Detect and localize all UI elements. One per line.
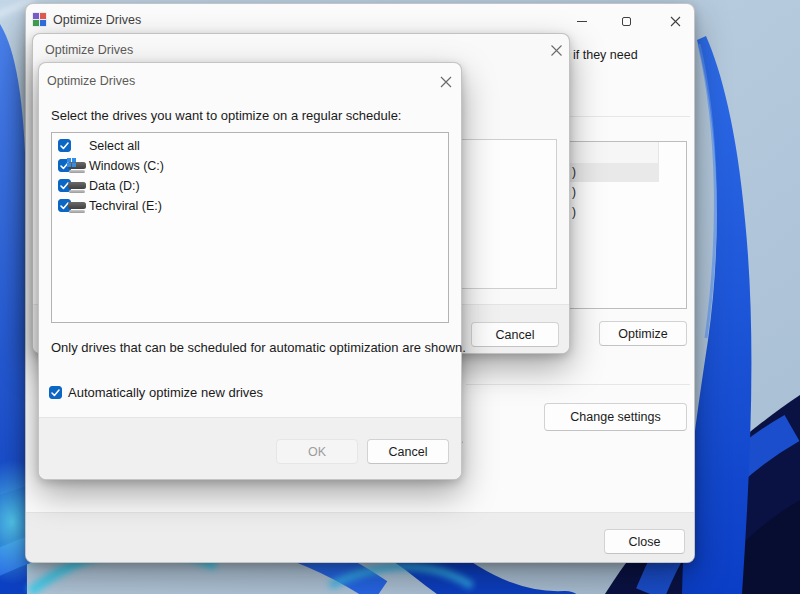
drive-row-label[interactable]: Windows (C:) [89, 159, 164, 173]
close-button[interactable]: Close [604, 529, 685, 554]
drive-row-data-d[interactable]: Data (D:) [52, 177, 448, 197]
main-window-title: Optimize Drives [53, 13, 141, 27]
auto-optimize-label[interactable]: Automatically optimize new drives [68, 385, 263, 400]
ok-button[interactable]: OK [276, 439, 358, 464]
defrag-app-icon [32, 12, 47, 27]
drive-row-techviral-e[interactable]: Techviral (E:) [52, 197, 448, 217]
dialog-title: Optimize Drives [47, 74, 135, 88]
main-description-fragment: if they need [573, 48, 638, 62]
hard-drive-icon [68, 202, 87, 213]
optimize-drives-dialog-front: Optimize Drives Select the drives you wa… [38, 62, 462, 480]
list-row-fragment[interactable]: ) [572, 205, 576, 219]
desktop: Optimize Drives if they need ) ) ) Optim… [0, 0, 800, 594]
dialog-close-icon[interactable] [431, 69, 461, 95]
hard-drive-icon [68, 182, 87, 193]
windows-drive-icon [68, 162, 87, 173]
close-window-icon[interactable] [660, 11, 690, 31]
optimize-button[interactable]: Optimize [599, 321, 687, 346]
list-row-fragment[interactable]: ) [572, 165, 576, 179]
maximize-icon[interactable] [611, 11, 641, 31]
drive-row-label[interactable]: Data (D:) [89, 179, 140, 193]
list-row-fragment[interactable]: ) [572, 185, 576, 199]
section-divider [466, 384, 690, 385]
drive-row-select-all[interactable]: Select all [52, 137, 448, 157]
select-all-checkbox[interactable] [58, 139, 71, 152]
auto-optimize-checkbox[interactable] [49, 386, 62, 399]
minimize-icon[interactable] [567, 11, 597, 31]
drive-row-label[interactable]: Select all [89, 139, 140, 153]
schedulable-drives-note: Only drives that can be scheduled for au… [51, 340, 466, 355]
dialog-title: Optimize Drives [45, 43, 133, 57]
drive-select-prompt: Select the drives you want to optimize o… [51, 108, 401, 123]
drive-checklist[interactable]: Select all Windows (C:) Dat [51, 132, 449, 323]
cancel-button[interactable]: Cancel [367, 439, 449, 464]
change-settings-button[interactable]: Change settings [544, 403, 687, 431]
cancel-button[interactable]: Cancel [471, 322, 559, 347]
drive-row-label[interactable]: Techviral (E:) [89, 199, 162, 213]
dialog-close-icon[interactable] [541, 38, 571, 62]
drive-row-windows-c[interactable]: Windows (C:) [52, 157, 448, 177]
main-window-footer [26, 512, 694, 562]
